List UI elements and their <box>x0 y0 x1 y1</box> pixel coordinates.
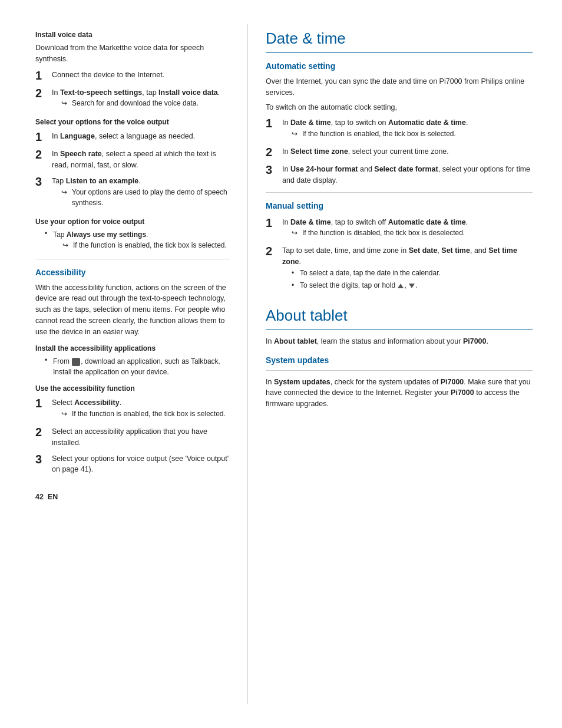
arrow-item: ↪ If the function is disabled, the tick … <box>292 228 533 238</box>
step-content: Select an accessibility application that… <box>52 425 230 449</box>
market-icon <box>72 358 80 366</box>
arrow-text: Search for and download the voice data. <box>72 98 199 108</box>
bullet-icon: • <box>292 268 300 278</box>
use-accessibility-heading: Use the accessibility function <box>35 383 230 394</box>
step-num: 1 <box>35 130 52 144</box>
step-content: Tap to set date, time, and time zone in … <box>282 244 533 292</box>
page: Install voice data Download from the Mar… <box>0 0 562 728</box>
arrow-down-icon <box>409 284 415 288</box>
step-num: 3 <box>266 163 282 177</box>
select-options-heading: Select your options for the voice output <box>35 117 230 127</box>
step-content: In Select time zone, select your current… <box>282 145 533 157</box>
step-num: 3 <box>35 174 52 189</box>
system-updates-divider <box>266 370 533 371</box>
automatic-setting-heading: Automatic setting <box>266 60 533 73</box>
arrow-text: If the function is enabled, the tick box… <box>72 409 226 419</box>
automatic-switch-intro: To switch on the automatic clock setting… <box>266 102 533 113</box>
step-num: 2 <box>266 244 282 258</box>
step-content: In Speech rate, select a speed at which … <box>52 147 230 171</box>
arrow-item: ↪ If the function is enabled, the tick b… <box>292 129 533 139</box>
install-voice-step-1: 1 Connect the device to the Internet. <box>35 68 230 83</box>
language-code: EN <box>48 493 58 501</box>
arrow-item: ↪ If the function is enabled, the tick b… <box>61 409 230 419</box>
bullet-text: From , download an application, such as … <box>53 356 230 377</box>
date-time-heading: Date & time <box>266 29 533 48</box>
about-tablet-intro: In About tablet, learn the status and in… <box>266 336 533 347</box>
install-voice-heading: Install voice data <box>35 29 230 40</box>
step-content: Tap Listen to an example. ↪ Your options… <box>52 174 230 210</box>
accessibility-heading: Accessibility <box>35 266 230 279</box>
manual-step-2: 2 Tap to set date, time, and time zone i… <box>266 244 533 292</box>
step-num: 3 <box>35 452 52 466</box>
step-num: 1 <box>266 216 282 230</box>
accessibility-step-2: 2 Select an accessibility application th… <box>35 425 230 449</box>
arrow-text: If the function is enabled, the tick box… <box>73 240 227 251</box>
step-content: Select Accessibility. ↪ If the function … <box>52 396 230 421</box>
arrow-icon: ↪ <box>292 129 302 139</box>
about-tablet-heading: About tablet <box>266 307 533 325</box>
bullet-icon: • <box>45 356 53 377</box>
arrow-text: Your options are used to play the demo o… <box>72 187 230 208</box>
step-num: 1 <box>35 68 52 83</box>
bullet-text: To select a date, tap the date in the ca… <box>300 268 441 278</box>
left-column: Install voice data Download from the Mar… <box>0 24 247 704</box>
system-updates-text: In System updates, check for the system … <box>266 377 533 410</box>
system-updates-heading: System updates <box>266 354 533 367</box>
arrow-item: ↪ Your options are used to play the demo… <box>61 187 230 208</box>
accessibility-intro: With the accessibility function, actions… <box>35 282 230 338</box>
arrow-up-icon <box>398 284 404 288</box>
install-voice-intro: Download from the Marketthe voice data f… <box>35 42 230 65</box>
manual-step-1: 1 In Date & time, tap to switch off Auto… <box>266 216 533 241</box>
bullet-icon: • <box>292 280 300 291</box>
accessibility-step-1: 1 Select Accessibility. ↪ If the functio… <box>35 396 230 421</box>
step-content: In Language, select a language as needed… <box>52 130 230 142</box>
page-number: 42 <box>35 493 44 501</box>
step-num: 2 <box>35 147 52 162</box>
arrow-icon: ↪ <box>61 187 72 208</box>
about-tablet-divider <box>266 330 533 330</box>
bullet-icon: • <box>45 229 53 253</box>
step-content: Connect the device to the Internet. <box>52 68 230 81</box>
use-option-bullet: • Tap Always use my settings. ↪ If the f… <box>45 229 230 253</box>
automatic-intro: Over the Internet, you can sync the date… <box>266 76 533 98</box>
step-content: Select your options for voice output (se… <box>52 452 230 476</box>
accessibility-step-3: 3 Select your options for voice output (… <box>35 452 230 476</box>
arrow-icon: ↪ <box>62 240 73 251</box>
use-option-heading: Use your option for voice output <box>35 216 230 227</box>
step-num: 1 <box>266 116 282 130</box>
arrow-text: If the function is enabled, the tick box… <box>302 129 456 139</box>
step-content: In Date & time, tap to switch off Automa… <box>282 216 533 241</box>
arrow-text: If the function is disabled, the tick bo… <box>302 228 465 238</box>
install-accessibility-bullet: • From , download an application, such a… <box>45 356 230 377</box>
step-num: 2 <box>266 145 282 159</box>
step-num: 2 <box>35 425 52 439</box>
auto-step-2: 2 In Select time zone, select your curre… <box>266 145 533 159</box>
arrow-icon: ↪ <box>61 409 72 419</box>
install-accessibility-heading: Install the accessibility applications <box>35 343 230 354</box>
divider <box>35 259 230 259</box>
step-num: 1 <box>35 396 52 410</box>
bullet-text: Tap Always use my settings. ↪ If the fun… <box>53 229 227 253</box>
arrow-icon: ↪ <box>292 228 302 238</box>
arrow-item: ↪ Search for and download the voice data… <box>61 98 230 108</box>
manual-setting-heading: Manual setting <box>266 200 533 212</box>
step-content: In Date & time, tap to switch on Automat… <box>282 116 533 141</box>
divider <box>266 192 533 193</box>
manual-bullet-1: • To select a date, tap the date in the … <box>292 268 533 278</box>
auto-step-3: 3 In Use 24-hour format and Select date … <box>266 163 533 186</box>
select-options-step-3: 3 Tap Listen to an example. ↪ Your optio… <box>35 174 230 210</box>
step-content: In Text-to-speech settings, tap Install … <box>52 86 230 111</box>
bullet-text: To select the digits, tap or hold , . <box>300 280 417 291</box>
select-options-step-2: 2 In Speech rate, select a speed at whic… <box>35 147 230 171</box>
select-options-step-1: 1 In Language, select a language as need… <box>35 130 230 144</box>
right-column: Date & time Automatic setting Over the I… <box>247 24 562 704</box>
page-number-line: 42 EN <box>35 493 230 501</box>
manual-bullet-2: • To select the digits, tap or hold , . <box>292 280 533 291</box>
install-voice-step-2: 2 In Text-to-speech settings, tap Instal… <box>35 86 230 111</box>
step-content: In Use 24-hour format and Select date fo… <box>282 163 533 186</box>
auto-step-1: 1 In Date & time, tap to switch on Autom… <box>266 116 533 141</box>
arrow-item: ↪ If the function is enabled, the tick b… <box>62 240 227 251</box>
date-time-divider <box>266 52 533 53</box>
step-num: 2 <box>35 86 52 100</box>
arrow-icon: ↪ <box>61 98 72 108</box>
